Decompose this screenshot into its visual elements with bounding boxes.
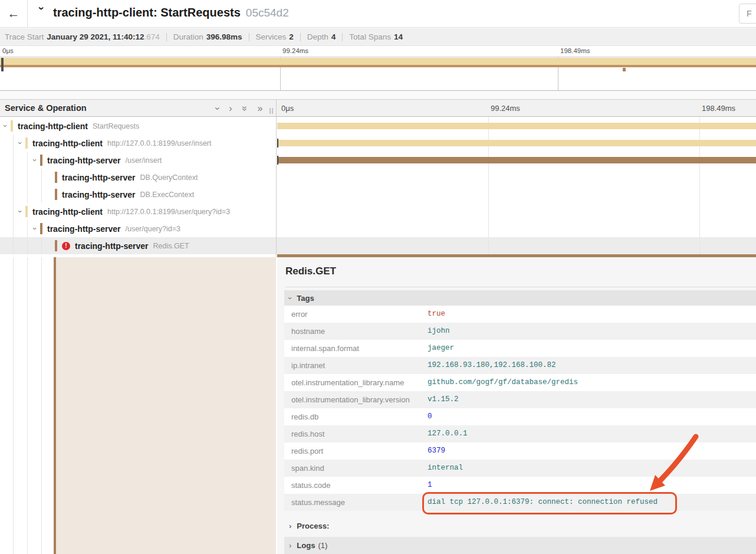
process-section-label: Process: [297,522,329,530]
logs-section-header[interactable]: › Logs (1) [284,537,756,554]
span-color-indicator [25,206,28,217]
span-operation-name: Redis.GET [153,242,189,250]
minimap-span-bar [0,65,756,67]
span-row[interactable]: tracing-http-server DB.ExecContext [0,186,756,203]
span-label: ! tracing-http-server Redis.GET [62,237,189,254]
separator [300,33,301,41]
tag-row: status.code 1 [284,477,756,494]
trace-minimap: 0μs 99.24ms 198.49ms [0,46,756,91]
span-operation-name: /user/query?id=3 [125,225,180,233]
span-label: tracing-http-client StartRequests [18,117,139,135]
separator [342,33,343,41]
span-service-name: tracing-http-client [18,122,88,131]
tag-value: github.com/gogf/gf/database/gredis [428,374,578,391]
span-service-name: tracing-http-server [62,190,135,199]
span-start-marker [277,156,278,165]
span-color-indicator [55,189,57,200]
trace-stat: Trace Start January 29 2021, 11:40:12 .6… [5,32,160,41]
chevron-down-icon[interactable]: › [16,139,25,147]
span-duration-bar[interactable] [277,140,756,146]
minimap-viewport-handle[interactable] [1,58,4,71]
tree-guide-line [13,135,14,152]
pane-divider[interactable] [276,99,277,257]
tag-key: internal.span.format [291,340,359,357]
tag-row: redis.host 127.0.0.1 [284,425,756,442]
tree-guide-line [27,220,28,237]
jaeger-trace-page: ← › tracing-http-client: StartRequests05… [0,0,756,554]
stat-value: 396.98ms [206,32,242,41]
minimap-tick-label: 0μs [2,47,14,54]
timeline-header-row: Service & Operation › › » » 0μs 99.24ms … [0,99,756,117]
chevron-down-icon[interactable]: › [31,156,40,165]
span-operation-name: http://127.0.0.1:8199/user/insert [107,139,212,147]
chevron-down-icon[interactable]: › [1,122,10,130]
span-service-name: tracing-http-server [62,173,135,182]
tag-value: internal [428,460,463,477]
trace-title: tracing-http-client: StartRequests [53,6,241,19]
timeline-tick-label: 99.24ms [491,100,520,117]
span-row[interactable]: › tracing-http-client http://127.0.0.1:8… [0,203,756,220]
timeline-gridline [699,117,700,254]
page-title: tracing-http-client: StartRequests05c54d… [53,6,289,19]
expand-all-icon[interactable]: » [258,104,263,113]
tree-guide-line [27,237,28,254]
chevron-down-icon[interactable]: › [35,6,48,19]
stat-value: 14 [394,32,403,41]
collapse-controls: › › » » [216,100,262,117]
logs-section-label: Logs [297,541,315,550]
minimap-canvas[interactable] [0,57,756,91]
selected-span-duration-bar[interactable] [277,254,756,257]
minimap-span-bar [0,58,756,65]
tag-row: span.kind internal [284,460,756,477]
span-row[interactable]: ! tracing-http-server Redis.GET [0,237,756,254]
span-duration-bar[interactable] [277,123,756,129]
trace-stat: Services 2 [256,32,294,41]
chevron-down-icon[interactable]: › [16,208,25,216]
chevron-right-icon: › [289,541,291,550]
tree-guide-line [13,186,14,203]
tag-row: hostname ijohn [284,323,756,340]
tag-key: ip.intranet [291,357,325,374]
tree-guide-line [41,237,42,254]
chevron-right-icon: › [289,522,291,530]
tag-key: redis.host [291,425,324,442]
span-color-indicator [55,240,57,251]
tag-key: status.message [291,494,345,511]
chevron-down-icon[interactable]: › [31,225,40,233]
stat-value-suffix: .674 [144,32,159,41]
process-section-header[interactable]: › Process: [284,518,756,533]
span-service-name: tracing-http-server [75,241,148,251]
span-operation-name: DB.QueryContext [140,173,198,182]
tags-section-header[interactable]: › Tags [284,290,756,306]
span-color-indicator [25,137,28,149]
chevron-down-icon: › [286,297,295,299]
back-button[interactable]: ← [0,0,28,27]
spacer [0,91,756,99]
minimap-span-bar [623,68,626,71]
tag-value: dial tcp 127.0.0.1:6379: connect: connec… [428,494,658,511]
column-resizer[interactable] [269,108,273,114]
span-detail-left-shade [54,257,276,554]
span-row[interactable]: tracing-http-server DB.QueryContext [0,169,756,186]
span-row[interactable]: › tracing-http-server /user/query?id=3 [0,220,756,237]
tree-guide-line [13,152,14,169]
trace-stat: Duration 396.98ms [173,32,242,41]
service-operation-heading: Service & Operation [5,100,87,117]
tag-key: otel.instrumentation_library.version [291,391,410,408]
view-options-button[interactable]: F [739,4,756,24]
collapse-one-icon[interactable]: › [213,107,222,110]
tag-value: true [428,306,445,323]
span-detail-panel: Redis.GET › Tags error true hostname ijo… [277,257,756,554]
timeline-tick-label: 198.49ms [702,100,735,117]
expand-one-icon[interactable]: › [229,104,232,113]
tag-key: hostname [291,323,325,340]
collapse-all-icon[interactable]: » [240,106,249,111]
span-label: tracing-http-client http://127.0.0.1:819… [32,135,212,152]
tag-value: jaeger [428,340,454,357]
span-operation-name: DB.ExecContext [140,191,194,199]
minimap-tick-label: 99.24ms [282,47,308,54]
span-start-marker [277,139,278,147]
stat-value: 4 [331,32,336,41]
tag-row: ip.intranet 192.168.93.180,192.168.100.8… [284,357,756,374]
span-duration-bar[interactable] [277,157,756,163]
